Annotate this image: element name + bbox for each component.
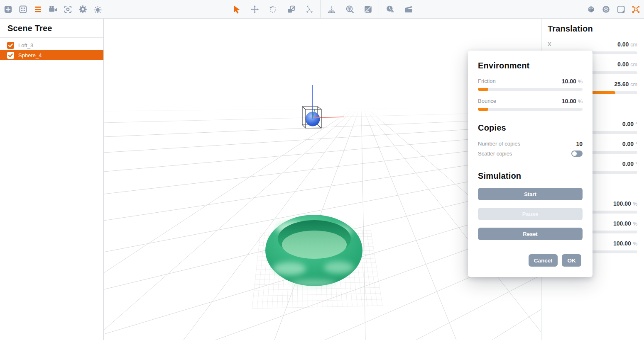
zoom-to-object-icon [345,5,355,14]
environment-dialog: Environment Friction 10.00% Bounce 10.00… [468,51,593,277]
rotate-button[interactable] [264,0,282,18]
scene-item-label: Sphere_4 [18,52,42,58]
toolbar-separator [320,0,321,18]
settings-button[interactable] [75,0,90,18]
select-cursor-icon [232,5,241,14]
friction-slider[interactable] [478,88,583,91]
bounce-value: 10.00% [562,98,583,105]
view-cube-icon [586,5,596,14]
start-button[interactable]: Start [478,188,583,200]
ok-button[interactable]: OK [562,254,581,267]
torus-object[interactable] [265,215,362,287]
add-object-icon [3,5,13,14]
clock-button[interactable] [381,0,399,18]
translation-title: Translation [548,24,593,34]
dialog-footer: Cancel OK [529,254,581,267]
lighting-icon [93,5,103,14]
bounce-label: Bounce [478,98,496,104]
scatter-copies-row: Scatter copies [478,151,583,157]
friction-value: 10.00% [562,78,583,85]
focus-selection-icon [63,5,73,14]
scale-icon [286,5,296,14]
animation-clapper-button[interactable] [399,0,417,18]
zoom-to-object-button[interactable] [340,0,359,18]
canvas-icon [616,5,626,14]
library-icon [18,5,28,14]
subdivision-icon [363,5,373,14]
view-cube-button[interactable] [583,0,598,18]
scatter-button[interactable] [300,0,318,18]
number-of-copies-row: Number of copies 10 [478,141,583,147]
material-ball-button[interactable] [598,0,613,18]
number-of-copies-value[interactable]: 10 [576,141,583,147]
dialog-title: Environment [478,61,529,70]
toggle-knob [572,151,577,156]
scene-tree-button[interactable] [30,0,45,18]
scene-tree-icon [33,5,43,14]
number-of-copies-label: Number of copies [478,141,520,147]
rotate-x-value: 0.00° [622,120,637,128]
move-button[interactable] [245,0,264,18]
simulation-section-title: Simulation [478,171,521,181]
drop-to-ground-button[interactable] [322,0,340,18]
scatter-copies-toggle[interactable] [571,151,583,157]
toolbar-right-group [583,0,643,18]
subdivision-button[interactable] [359,0,377,18]
scene-tree-list: Loft_3 Sphere_4 [0,40,103,60]
clock-icon [385,5,395,14]
animation-clapper-icon [404,5,413,14]
scene-tree-divider [0,37,103,38]
settings-gear-icon [78,5,88,14]
copies-section-title: Copies [478,123,506,133]
toolbar-left-group [0,0,105,18]
translate-y-value: 0.00cm [617,61,637,68]
toolbar-separator [379,0,379,18]
checkbox-checked-icon[interactable] [7,42,14,49]
scatter-copies-label: Scatter copies [478,151,512,157]
checkbox-checked-icon[interactable] [7,52,14,59]
expand-panels-icon [631,5,641,14]
rotate-y-value: 0.00° [622,140,637,148]
scene-item-label: Loft_3 [18,42,33,49]
scene-tree-title: Scene Tree [0,18,103,33]
focus-selection-button[interactable] [60,0,75,18]
scene-item-loft[interactable]: Loft_3 [0,40,103,50]
material-ball-icon [601,5,611,14]
rotate-icon [268,5,278,14]
toolbar-middle-group [227,0,417,18]
library-button[interactable] [15,0,30,18]
move-icon [250,5,260,14]
select-cursor-button[interactable] [227,0,245,18]
translate-z-value: 25.60cm [614,80,637,88]
pause-button[interactable]: Pause [478,208,583,220]
bounce-slider[interactable] [478,108,583,111]
friction-label: Friction [478,78,496,85]
reset-button[interactable]: Reset [478,228,583,240]
cancel-button[interactable]: Cancel [529,254,558,267]
drop-to-ground-icon [327,5,336,14]
scale-x-value: 100.00% [613,200,637,207]
expand-panels-button[interactable] [628,0,643,18]
app-window: Scene Tree Loft_3 Sphere_4 [0,0,644,340]
scene-item-sphere[interactable]: Sphere_4 [0,50,103,60]
canvas-button[interactable] [613,0,628,18]
scale-y-value: 100.00% [613,220,637,227]
scene-tree-panel: Scene Tree Loft_3 Sphere_4 [0,18,104,340]
rotate-z-value: 0.00° [622,160,637,168]
bounce-row: Bounce 10.00% [478,98,583,104]
camera-button[interactable] [45,0,60,18]
lighting-button[interactable] [90,0,105,18]
scale-button[interactable] [282,0,300,18]
camera-icon [48,5,58,14]
scale-z-value: 100.00% [613,240,637,247]
translate-x-value: 0.00cm [617,41,637,48]
scatter-icon [305,5,314,14]
friction-row: Friction 10.00% [478,78,583,85]
axis-x-label: X [548,41,551,48]
toolbar [0,0,644,19]
add-object-button[interactable] [0,0,15,18]
